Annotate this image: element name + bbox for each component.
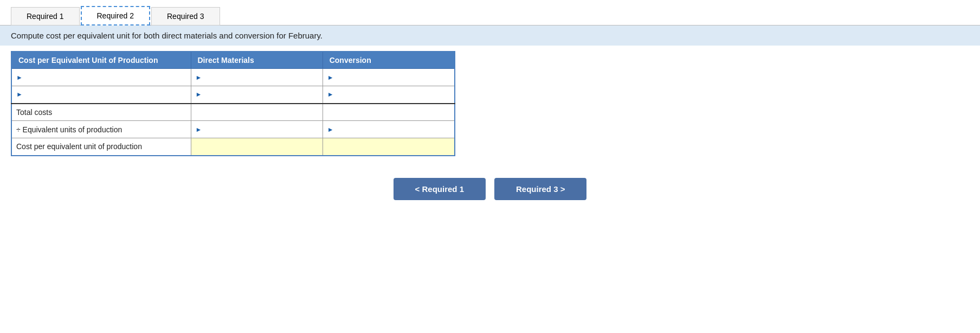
cost-per-unit-dm-input[interactable] — [196, 142, 318, 151]
cost-per-unit-label: Cost per equivalent unit of production — [11, 138, 191, 156]
row2-label-input[interactable] — [25, 90, 186, 99]
tab-required3[interactable]: Required 3 — [151, 7, 220, 25]
tab-required1[interactable]: Required 1 — [11, 7, 80, 25]
arrow-icon: ► — [327, 74, 334, 81]
table-row: ► ► ► — [11, 69, 455, 86]
next-button[interactable]: Required 3 > — [494, 178, 586, 200]
equiv-units-label: ÷ Equivalent units of production — [11, 121, 191, 138]
arrow-icon: ► — [327, 126, 334, 133]
total-costs-label: Total costs — [11, 104, 191, 121]
equiv-units-dm-cell: ► — [191, 121, 323, 138]
cost-per-unit-row: Cost per equivalent unit of production — [11, 138, 455, 156]
table-container: Cost per Equivalent Unit of Production D… — [0, 51, 980, 167]
total-costs-dm — [191, 104, 323, 121]
arrow-icon: ► — [16, 91, 23, 98]
tab-required2[interactable]: Required 2 — [81, 6, 151, 25]
col-header-dm: Direct Materials — [191, 52, 323, 69]
tabs-area: Required 1 Required 2 Required 3 — [0, 0, 980, 25]
equiv-units-conv-cell: ► — [323, 121, 455, 138]
prev-button[interactable]: < Required 1 — [394, 178, 486, 200]
nav-buttons: < Required 1 Required 3 > — [0, 167, 980, 211]
equiv-units-conv-input[interactable] — [336, 125, 450, 134]
row2-label-cell: ► — [11, 86, 191, 104]
cost-per-unit-conv-input[interactable] — [327, 142, 450, 151]
cost-per-unit-dm-cell — [191, 138, 323, 156]
row1-conv-cell: ► — [323, 69, 455, 86]
total-costs-row: Total costs — [11, 104, 455, 121]
page-container: Required 1 Required 2 Required 3 Compute… — [0, 0, 980, 333]
cost-table: Cost per Equivalent Unit of Production D… — [11, 51, 455, 156]
description-bar: Compute cost per equivalent unit for bot… — [0, 25, 980, 46]
row1-conv-input[interactable] — [336, 73, 450, 82]
col-header-conv: Conversion — [323, 52, 455, 69]
row1-dm-input[interactable] — [204, 73, 318, 82]
arrow-icon: ► — [16, 74, 23, 81]
arrow-icon: ► — [196, 126, 202, 133]
row1-label-input[interactable] — [25, 73, 186, 82]
row1-label-cell: ► — [11, 69, 191, 86]
row1-dm-cell: ► — [191, 69, 323, 86]
equiv-units-dm-input[interactable] — [204, 125, 318, 134]
col-header-label: Cost per Equivalent Unit of Production — [11, 52, 191, 69]
row2-dm-cell: ► — [191, 86, 323, 104]
arrow-icon: ► — [327, 91, 334, 98]
equiv-units-row: ÷ Equivalent units of production ► ► — [11, 121, 455, 138]
row2-conv-cell: ► — [323, 86, 455, 104]
table-row: ► ► ► — [11, 86, 455, 104]
total-costs-conv — [323, 104, 455, 121]
cost-per-unit-conv-cell — [323, 138, 455, 156]
row2-conv-input[interactable] — [336, 90, 450, 99]
row2-dm-input[interactable] — [204, 90, 318, 99]
arrow-icon: ► — [196, 91, 202, 98]
arrow-icon: ► — [196, 74, 202, 81]
